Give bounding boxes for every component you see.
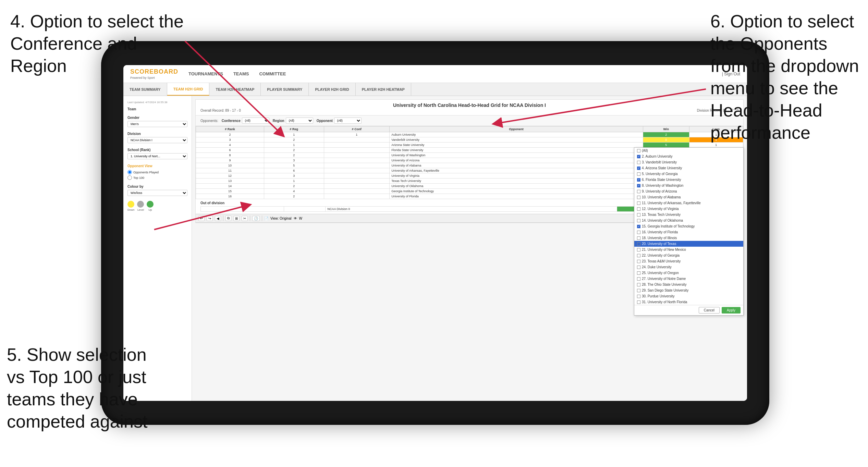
school-label: School (Rank): [127, 148, 187, 152]
radio-top100-label: Top 100: [133, 176, 144, 180]
tab-player-summary[interactable]: PLAYER SUMMARY: [261, 83, 309, 96]
toolbar-w: W: [299, 217, 302, 220]
dropdown-item[interactable]: ✓8. University of Washington: [634, 183, 743, 188]
dropdown-item[interactable]: ✓4. Arizona State University: [634, 165, 743, 171]
dropdown-checkbox: [637, 266, 640, 269]
nav-committee[interactable]: COMMITTEE: [259, 71, 286, 76]
toolbar-copy[interactable]: ⧉: [225, 216, 231, 221]
dropdown-item[interactable]: ✓2. Auburn University: [634, 153, 743, 159]
dropdown-checkbox: ✓: [637, 184, 640, 187]
dropdown-item-label: 5. University of Georgia: [642, 172, 678, 176]
conference-select[interactable]: (All): [242, 118, 269, 124]
dropdown-item-label: 10. University of Alabama: [642, 195, 681, 199]
td-rank: 13: [196, 179, 264, 184]
dropdown-item[interactable]: 16. University of Florida: [634, 229, 743, 235]
dropdown-item[interactable]: 25. University of Oregon: [634, 270, 743, 276]
td-conf: [324, 153, 390, 158]
dropdown-item[interactable]: 27. University of Notre Dame: [634, 276, 743, 282]
colour-select[interactable]: Win/loss: [127, 190, 187, 196]
nav-tournaments[interactable]: TOURNAMENTS: [188, 71, 223, 76]
dropdown-item-label: 9. University of Arizona: [642, 189, 677, 193]
opponent-view-radio-group: Opponents Played Top 100: [127, 170, 187, 180]
dropdown-item[interactable]: 20. University of Texas: [634, 241, 743, 247]
dropdown-checkbox: [637, 231, 640, 234]
td-rank: 16: [196, 194, 264, 199]
dropdown-item[interactable]: 22. University of Georgia: [634, 253, 743, 258]
tab-player-h2h-heatmap[interactable]: PLAYER H2H HEATMAP: [356, 83, 411, 96]
toolbar-paste[interactable]: ⊞: [233, 216, 240, 221]
apply-button[interactable]: Apply: [722, 307, 741, 314]
dropdown-item-label: 4. Arizona State University: [642, 166, 682, 170]
tab-player-h2h-grid[interactable]: PLAYER H2H GRID: [309, 83, 355, 96]
td-win: 5: [643, 143, 689, 148]
dropdown-item[interactable]: 5. University of Georgia: [634, 171, 743, 177]
dropdown-item[interactable]: 30. Purdue University: [634, 293, 743, 299]
td-reg: 6: [264, 168, 324, 173]
toolbar-redo[interactable]: ↪: [207, 216, 213, 221]
school-select[interactable]: 1. University of Nort...: [127, 153, 187, 159]
dropdown-item-label: 23. Texas A&M University: [642, 259, 681, 263]
colour-section: Colour by Win/loss: [127, 185, 187, 196]
dropdown-item[interactable]: 11. University of Arkansas, Fayetteville: [634, 200, 743, 206]
dropdown-item[interactable]: 29. San Diego State University: [634, 287, 743, 293]
td-reg: 1: [264, 179, 324, 184]
dropdown-checkbox: [637, 289, 640, 292]
toolbar-back[interactable]: ◀: [215, 216, 221, 221]
conference-label: Conference: [222, 119, 241, 123]
dropdown-item-label: 16. University of Florida: [642, 230, 678, 234]
dropdown-item[interactable]: ✓6. Florida State University: [634, 177, 743, 183]
radio-top100[interactable]: Top 100: [127, 175, 187, 180]
table-row: 4 1 Arizona State University 5 1: [196, 143, 743, 148]
dropdown-item[interactable]: 13. Texas Tech University: [634, 212, 743, 218]
tab-team-summary[interactable]: TEAM SUMMARY: [123, 83, 167, 96]
radio-opponents-played-input[interactable]: [127, 170, 132, 174]
dropdown-item[interactable]: 21. University of New Mexico: [634, 247, 743, 253]
dropdown-item[interactable]: 9. University of Arizona: [634, 188, 743, 194]
annotation-3: 5. Show selection vs Top 100 or just tea…: [7, 344, 164, 433]
nav-teams[interactable]: TEAMS: [233, 71, 249, 76]
dropdown-checkbox: ✓: [637, 155, 640, 158]
dropdown-checkbox: [637, 149, 640, 152]
dropdown-item[interactable]: ✓15. Georgia Institute of Technology: [634, 223, 743, 229]
dropdown-item[interactable]: 23. Texas A&M University: [634, 258, 743, 264]
dropdown-item-label: 25. University of Oregon: [642, 271, 679, 275]
toolbar-cut[interactable]: ✂: [242, 216, 248, 221]
dropdown-item[interactable]: 3. Vanderbilt University: [634, 159, 743, 165]
dropdown-item[interactable]: 18. University of Illinois: [634, 235, 743, 241]
dropdown-item-label: 14. University of Oklahoma: [642, 219, 683, 222]
table-header-row: # Rank # Reg # Conf Opponent Win Loss: [196, 126, 743, 132]
td-rank: 3: [196, 137, 264, 143]
dropdown-item-label: 18. University of Illinois: [642, 236, 677, 240]
td-reg: 3: [264, 158, 324, 163]
region-select[interactable]: (All): [286, 118, 313, 124]
dropdown-item-label: 22. University of Georgia: [642, 254, 680, 257]
radio-opponents-played[interactable]: Opponents Played: [127, 170, 187, 174]
dropdown-item[interactable]: (All): [634, 148, 743, 153]
radio-top100-input[interactable]: [127, 175, 132, 180]
legend-level-label: Level: [137, 208, 144, 211]
gender-select[interactable]: Men's: [127, 121, 187, 127]
toolbar-clock[interactable]: 🕐: [252, 216, 260, 221]
opponent-select[interactable]: (All): [334, 118, 362, 124]
overall-record: Overall Record: 89 - 17 - 0: [200, 109, 241, 112]
filter-bar: Opponents: Conference (All) Region (: [196, 115, 743, 126]
division-select[interactable]: NCAA Division I: [127, 137, 187, 143]
td-win: 2: [643, 132, 689, 137]
td-opponent: University of Washington: [390, 153, 643, 158]
tab-team-h2h-heatmap[interactable]: TEAM H2H HEATMAP: [209, 83, 261, 96]
dropdown-checkbox: [637, 242, 640, 246]
legend-up-dot: [147, 201, 154, 208]
dropdown-item[interactable]: 12. University of Virginia: [634, 206, 743, 212]
dropdown-item[interactable]: 14. University of Oklahoma: [634, 218, 743, 223]
dropdown-item[interactable]: 10. University of Alabama: [634, 194, 743, 200]
dropdown-checkbox: [637, 201, 640, 205]
toolbar-undo[interactable]: ↩: [198, 216, 205, 221]
tab-team-h2h-grid[interactable]: TEAM H2H GRID: [167, 83, 210, 96]
dropdown-item[interactable]: 28. The Ohio State University: [634, 282, 743, 287]
cancel-button[interactable]: Cancel: [699, 307, 720, 314]
dropdown-checkbox: [637, 271, 640, 275]
dropdown-item[interactable]: 24. Duke University: [634, 264, 743, 270]
legend-up-label: Up: [148, 208, 152, 211]
opponent-dropdown: (All)✓2. Auburn University3. Vanderbilt …: [634, 147, 744, 316]
dropdown-item[interactable]: 31. University of North Florida: [634, 299, 743, 305]
